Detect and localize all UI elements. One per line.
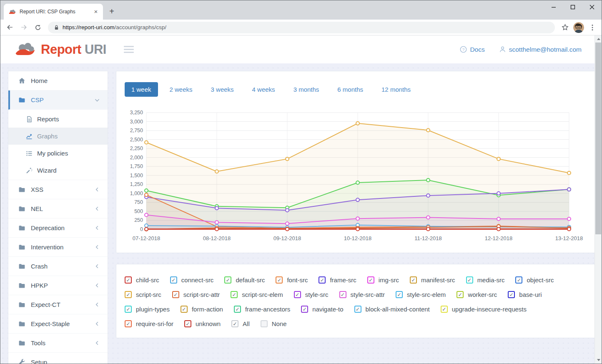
range-tab-4-weeks[interactable]: 4 weeks — [246, 82, 282, 97]
sidebar-item-wizard[interactable]: Wizard — [8, 162, 108, 179]
sidebar-item-csp[interactable]: CSP — [8, 90, 108, 110]
directive-toggle-script-src[interactable]: ✓script-src — [125, 291, 161, 298]
url-bar[interactable]: https://report-uri.com/account/graphs/cs… — [48, 22, 555, 33]
directive-toggle-object-src[interactable]: ✓object-src — [515, 276, 554, 284]
checkbox-style-src[interactable]: ✓ — [294, 291, 301, 298]
checkbox-default-src[interactable]: ✓ — [224, 276, 231, 284]
directive-toggle-script-src-attr[interactable]: ✓script-src-attr — [172, 291, 220, 298]
sidebar-item-intervention[interactable]: Intervention — [8, 238, 108, 257]
checkbox-plugin-types[interactable]: ✓ — [125, 306, 132, 313]
directive-toggle-script-src-elem[interactable]: ✓script-src-elem — [231, 291, 283, 298]
minimize-button[interactable] — [544, 0, 563, 14]
checkbox-manifest-src[interactable]: ✓ — [410, 276, 417, 284]
checkbox-require-sri-for[interactable]: ✓ — [125, 320, 132, 327]
sidebar-item-expect-ct[interactable]: Expect-CT — [8, 295, 108, 314]
sidebar-item-xss[interactable]: XSS — [8, 180, 108, 199]
range-tab-6-months[interactable]: 6 months — [331, 82, 370, 97]
checkbox-font-src[interactable]: ✓ — [276, 276, 283, 284]
directive-toggle-navigate-to[interactable]: ✓navigate-to — [301, 306, 343, 313]
checkbox-style-src-attr[interactable]: ✓ — [339, 291, 346, 298]
hamburger-menu-icon[interactable] — [124, 46, 134, 53]
sidebar-item-tools[interactable]: Tools — [8, 334, 108, 353]
directive-toggle-font-src[interactable]: ✓font-src — [276, 276, 308, 284]
directive-toggle-frame-src[interactable]: ✓frame-src — [319, 276, 356, 284]
sidebar-item-deprecation[interactable]: Deprecation — [8, 218, 108, 238]
sidebar-item-my-policies[interactable]: My policies — [8, 145, 108, 162]
directive-toggle-require-sri-for[interactable]: ✓require-sri-for — [125, 320, 173, 327]
checkbox-block-all-mixed-content[interactable]: ✓ — [354, 306, 361, 313]
checkbox-connect-src[interactable]: ✓ — [170, 276, 177, 284]
directive-toggle-default-src[interactable]: ✓default-src — [224, 276, 265, 284]
scroll-up-arrow-icon[interactable] — [595, 35, 602, 43]
directive-toggle-plugin-types[interactable]: ✓plugin-types — [125, 306, 170, 313]
directive-toggle-child-src[interactable]: ✓child-src — [125, 276, 159, 284]
sidebar-item-nel[interactable]: NEL — [8, 199, 108, 218]
range-tab-3-months[interactable]: 3 months — [287, 82, 326, 97]
checkbox-upgrade-insecure-requests[interactable]: ✓ — [441, 306, 448, 313]
checkbox-script-src-elem[interactable]: ✓ — [231, 291, 238, 298]
forward-icon[interactable] — [18, 22, 30, 33]
tab-close-icon[interactable]: × — [92, 8, 100, 15]
browser-tab[interactable]: Report URI: CSP Graphs × — [4, 4, 103, 20]
sidebar-item-expect-staple[interactable]: Expect-Staple — [8, 314, 108, 334]
maximize-button[interactable] — [563, 0, 582, 14]
checkbox-navigate-to[interactable]: ✓ — [301, 306, 308, 313]
close-button[interactable] — [582, 0, 602, 14]
checkbox-child-src[interactable]: ✓ — [125, 276, 132, 284]
directive-toggle-None[interactable]: None — [261, 320, 287, 327]
directive-toggle-worker-src[interactable]: ✓worker-src — [457, 291, 497, 298]
directive-toggle-form-action[interactable]: ✓form-action — [181, 306, 223, 313]
browser-profile-avatar[interactable] — [573, 22, 584, 33]
checkbox-style-src-elem[interactable]: ✓ — [396, 291, 403, 298]
checkbox-media-src[interactable]: ✓ — [466, 276, 473, 284]
directive-toggle-style-src[interactable]: ✓style-src — [294, 291, 329, 298]
scroll-down-arrow-icon[interactable] — [595, 356, 602, 364]
bookmark-star-icon[interactable] — [559, 22, 571, 33]
checkbox-object-src[interactable]: ✓ — [515, 276, 522, 284]
checkbox-script-src-attr[interactable]: ✓ — [172, 291, 179, 298]
checkbox-frame-ancestors[interactable]: ✓ — [234, 306, 241, 313]
browser-menu-icon[interactable] — [587, 22, 598, 33]
account-link[interactable]: scotthelme@hotmail.com — [499, 46, 582, 53]
checkbox-None[interactable] — [261, 320, 268, 327]
directive-toggle-style-src-attr[interactable]: ✓style-src-attr — [339, 291, 385, 298]
range-tab-12-months[interactable]: 12 months — [375, 82, 417, 97]
directive-toggle-block-all-mixed-content[interactable]: ✓block-all-mixed-content — [354, 306, 430, 313]
checkbox-All[interactable]: ✓ — [231, 320, 238, 327]
directive-toggle-manifest-src[interactable]: ✓manifest-src — [410, 276, 455, 284]
checkbox-form-action[interactable]: ✓ — [181, 306, 188, 313]
folder-icon — [18, 205, 25, 212]
scrollbar-thumb[interactable] — [595, 43, 601, 234]
sidebar-item-crash[interactable]: Crash — [8, 257, 108, 276]
sidebar-item-graphs[interactable]: Graphs — [8, 128, 108, 145]
sidebar-item-setup[interactable]: Setup — [8, 353, 108, 364]
sidebar-item-reports[interactable]: Reports — [8, 110, 108, 128]
directive-toggle-All[interactable]: ✓All — [231, 320, 250, 327]
sidebar-item-home[interactable]: Home — [8, 71, 108, 90]
report-uri-logo[interactable]: Report URI — [15, 42, 106, 57]
range-tab-2-weeks[interactable]: 2 weeks — [163, 82, 199, 97]
range-tab-3-weeks[interactable]: 3 weeks — [204, 82, 241, 97]
directive-toggle-connect-src[interactable]: ✓connect-src — [170, 276, 214, 284]
directive-toggle-unknown[interactable]: ✓unknown — [184, 320, 221, 327]
sidebar-item-hpkp[interactable]: HPKP — [8, 276, 108, 295]
directive-toggle-style-src-elem[interactable]: ✓style-src-elem — [396, 291, 446, 298]
directive-toggle-base-uri[interactable]: ✓base-uri — [508, 291, 542, 298]
back-icon[interactable] — [4, 22, 15, 33]
directive-toggle-img-src[interactable]: ✓img-src — [367, 276, 399, 284]
range-tab-1-week[interactable]: 1 week — [125, 82, 158, 97]
reload-icon[interactable] — [32, 22, 44, 33]
checkbox-worker-src[interactable]: ✓ — [457, 291, 464, 298]
checkbox-label: object-src — [527, 276, 554, 284]
checkbox-unknown[interactable]: ✓ — [184, 320, 191, 327]
checkbox-base-uri[interactable]: ✓ — [508, 291, 515, 298]
page-scrollbar[interactable] — [594, 35, 602, 364]
directive-toggle-upgrade-insecure-requests[interactable]: ✓upgrade-insecure-requests — [441, 306, 527, 313]
docs-link[interactable]: ? Docs — [460, 46, 484, 53]
new-tab-button[interactable]: + — [105, 5, 118, 18]
directive-toggle-frame-ancestors[interactable]: ✓frame-ancestors — [234, 306, 290, 313]
directive-toggle-media-src[interactable]: ✓media-src — [466, 276, 505, 284]
checkbox-script-src[interactable]: ✓ — [125, 291, 132, 298]
checkbox-frame-src[interactable]: ✓ — [319, 276, 326, 284]
checkbox-img-src[interactable]: ✓ — [367, 276, 374, 284]
